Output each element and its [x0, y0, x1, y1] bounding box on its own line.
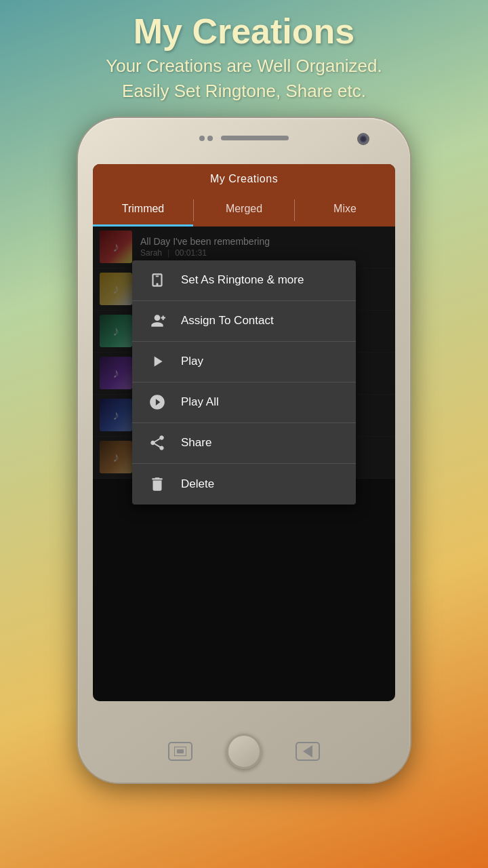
menu-item-set-ringtone[interactable]: Set As Ringtone & more [132, 260, 356, 301]
menu-label-delete: Delete [181, 477, 214, 491]
phone-device: My Creations Trimmed Merged Mixe [78, 118, 410, 783]
menu-label-play: Play [181, 355, 203, 368]
menu-item-delete[interactable]: Delete [132, 464, 356, 505]
menu-item-share[interactable]: Share [132, 423, 356, 464]
menu-item-assign-contact[interactable]: Assign To Contact [132, 301, 356, 342]
tabs-bar: Trimmed Merged Mixe [93, 194, 395, 226]
phone-shell: My Creations Trimmed Merged Mixe [78, 118, 410, 783]
phone-camera [357, 133, 369, 145]
context-menu-overlay[interactable]: Set As Ringtone & more Assign To Contact [93, 226, 395, 701]
menu-label-play-all: Play All [181, 395, 219, 409]
contact-icon [146, 309, 169, 332]
tab-merged[interactable]: Merged [194, 194, 294, 226]
play-icon [146, 350, 169, 373]
home-button[interactable] [226, 734, 262, 769]
menu-item-play-all[interactable]: Play All [132, 382, 356, 423]
phone-speaker [199, 136, 289, 141]
menu-label-share: Share [181, 436, 211, 450]
back-button[interactable] [296, 742, 320, 761]
promo-header: My Creations Your Creations are Well Org… [85, 0, 403, 111]
app-header: My Creations [93, 164, 395, 194]
menu-label-assign-contact: Assign To Contact [181, 314, 274, 328]
play-all-icon [146, 391, 169, 414]
svg-rect-1 [177, 749, 184, 753]
tab-mixed[interactable]: Mixe [295, 194, 395, 226]
tab-trimmed[interactable]: Trimmed [93, 194, 193, 226]
share-icon [146, 431, 169, 454]
delete-icon [146, 473, 169, 496]
recent-apps-button[interactable] [168, 742, 192, 761]
promo-title: My Creations [106, 12, 382, 51]
context-menu: Set As Ringtone & more Assign To Contact [132, 260, 356, 505]
phone-nav [78, 734, 410, 769]
promo-subtitle: Your Creations are Well Organized. Easil… [106, 54, 382, 103]
menu-item-play[interactable]: Play [132, 342, 356, 382]
menu-label-set-ringtone: Set As Ringtone & more [181, 273, 304, 287]
ringtone-icon [146, 269, 169, 292]
phone-screen: My Creations Trimmed Merged Mixe [93, 164, 395, 701]
app-title: My Creations [210, 173, 278, 185]
